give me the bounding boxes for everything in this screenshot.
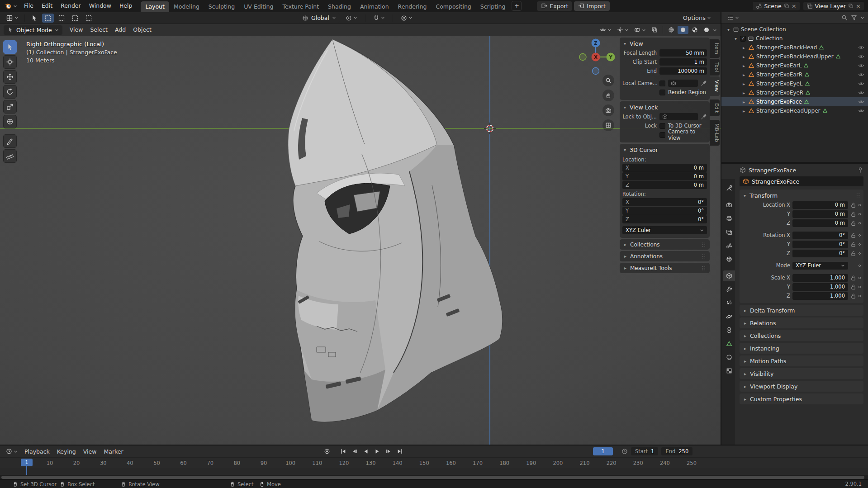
animate-dot[interactable]: [859, 265, 861, 267]
collapsed-panel-header[interactable]: Motion Paths: [740, 355, 863, 366]
vector-field[interactable]: Y 0 m: [622, 172, 707, 180]
view-layer-selector[interactable]: View Layer: [803, 1, 864, 11]
number-field[interactable]: 0°: [792, 250, 848, 257]
lock-icon[interactable]: [850, 211, 856, 217]
snap-magnet-toggle[interactable]: [371, 14, 387, 22]
workspace-tab[interactable]: Scripting: [476, 1, 510, 12]
hide-in-viewport-toggle[interactable]: [858, 53, 864, 60]
hide-in-viewport-toggle[interactable]: [858, 44, 864, 51]
collapsed-panel-header[interactable]: Annotations: [620, 251, 710, 261]
chevron-down-icon[interactable]: [860, 16, 864, 20]
animate-dot[interactable]: [859, 295, 861, 297]
lock-icon[interactable]: [850, 275, 856, 281]
tool-scale[interactable]: [3, 100, 17, 114]
collapsed-panel-header[interactable]: Visibility: [740, 368, 863, 379]
tab-physics[interactable]: [723, 311, 735, 322]
cursor-panel-header[interactable]: 3D Cursor: [622, 145, 707, 155]
number-field[interactable]: 0 m: [792, 219, 848, 227]
outliner-object-row[interactable]: StrangerExoFace: [721, 97, 868, 106]
play-reverse-button[interactable]: [361, 447, 371, 455]
euler-mode-dropdown[interactable]: XYZ Euler: [622, 226, 707, 234]
viewport-menu-item[interactable]: Select: [86, 25, 111, 35]
hide-in-viewport-toggle[interactable]: [858, 108, 864, 114]
drag-handle-icon[interactable]: [701, 242, 707, 247]
outliner-editor-type-button[interactable]: [725, 14, 741, 22]
blender-logo-icon[interactable]: [4, 2, 17, 10]
number-field[interactable]: XYZ Euler: [792, 262, 848, 270]
animate-dot[interactable]: [859, 234, 861, 237]
object-visibility-dropdown[interactable]: [598, 26, 614, 34]
workspace-tab[interactable]: Layout: [141, 1, 169, 12]
outliner-object-row[interactable]: StrangerExoBackHead: [721, 43, 868, 52]
lock-icon[interactable]: [850, 293, 856, 299]
outliner-object-row[interactable]: StrangerExoHeadUpper: [721, 106, 868, 115]
workspace-tab[interactable]: Modeling: [169, 1, 204, 12]
tool-measure[interactable]: [3, 149, 17, 163]
shading-solid-button[interactable]: [678, 26, 688, 34]
drag-handle-icon[interactable]: [701, 254, 707, 259]
drag-handle-icon[interactable]: [855, 193, 861, 198]
tab-render[interactable]: [723, 199, 735, 210]
collection-checkbox[interactable]: ✓: [740, 36, 746, 42]
jump-to-end-button[interactable]: [395, 447, 405, 455]
import-button[interactable]: Import: [574, 1, 610, 11]
menu-item[interactable]: File: [20, 1, 38, 11]
shading-options-chevron[interactable]: [713, 28, 717, 32]
collapsed-panel-header[interactable]: MeasureIt Tools: [620, 263, 710, 273]
search-icon[interactable]: [841, 14, 848, 21]
new-view-layer-icon[interactable]: [848, 3, 854, 9]
vector-field[interactable]: Z 0 m: [622, 181, 707, 189]
lock-icon[interactable]: [850, 251, 856, 256]
shading-rendered-button[interactable]: [701, 26, 712, 34]
jump-to-start-button[interactable]: [338, 447, 348, 455]
local-camera-field[interactable]: [668, 80, 698, 87]
tool-rotate[interactable]: [3, 85, 17, 99]
collapsed-panel-header[interactable]: Collections: [740, 330, 863, 341]
lock-icon[interactable]: [850, 220, 856, 226]
options-dropdown[interactable]: Options: [681, 14, 713, 22]
vector-field[interactable]: X 0 m: [622, 164, 707, 172]
animate-dot[interactable]: [859, 252, 861, 255]
lock-icon[interactable]: [850, 232, 856, 238]
tab-particles[interactable]: [723, 298, 735, 308]
drag-handle-icon[interactable]: [701, 265, 707, 271]
number-field[interactable]: 1.000: [792, 292, 848, 300]
pivot-point-dropdown[interactable]: [343, 14, 360, 22]
collapsed-panel-header[interactable]: Viewport Display: [740, 381, 863, 392]
show-gizmo-dropdown[interactable]: [615, 26, 631, 34]
vector-field[interactable]: X 0°: [622, 198, 707, 206]
workspace-tab[interactable]: Compositing: [431, 1, 475, 12]
number-field[interactable]: 0 m: [792, 201, 848, 209]
transform-orientation-dropdown[interactable]: Global: [299, 13, 340, 23]
camera-view-button[interactable]: [602, 104, 614, 116]
playhead[interactable]: 1: [21, 459, 33, 466]
sidebar-tab[interactable]: Tool: [710, 59, 720, 76]
camera-to-view-checkbox[interactable]: [659, 132, 665, 138]
lock-icon[interactable]: [850, 202, 856, 208]
number-field[interactable]: 0°: [792, 232, 848, 239]
sidebar-tab[interactable]: Edit: [710, 99, 720, 116]
hide-in-viewport-toggle[interactable]: [858, 90, 864, 96]
collapsed-panel-header[interactable]: Delta Transform: [740, 305, 863, 316]
number-field[interactable]: 100000 m: [659, 67, 707, 75]
view-lock-panel-header[interactable]: View Lock: [622, 102, 707, 112]
current-frame-field[interactable]: 1: [593, 447, 613, 455]
timeline-editor-type-button[interactable]: [4, 447, 20, 455]
menu-item[interactable]: Help: [115, 1, 137, 11]
transform-panel-header[interactable]: Transform: [742, 190, 861, 200]
mode-dropdown[interactable]: Object Mode: [4, 25, 62, 35]
pan-hand-button[interactable]: [602, 90, 614, 101]
pin-icon[interactable]: [857, 167, 863, 173]
animate-dot[interactable]: [859, 243, 861, 246]
collapsed-panel-header[interactable]: Instancing: [740, 343, 863, 354]
workspace-tab[interactable]: Sculpting: [204, 1, 239, 12]
tool-select-box[interactable]: [3, 40, 17, 54]
show-overlays-dropdown[interactable]: [632, 26, 648, 34]
object-name-field[interactable]: StrangerExoFace: [740, 176, 863, 186]
select-mode-new-button[interactable]: [42, 14, 54, 23]
number-field[interactable]: 1.000: [792, 283, 848, 291]
end-frame-field[interactable]: End 250: [661, 447, 693, 455]
outliner-object-row[interactable]: StrangerExoBackHeadUpper: [721, 52, 868, 61]
outliner-object-row[interactable]: StrangerExoEarL: [721, 61, 868, 70]
collapsed-panel-header[interactable]: Collections: [620, 239, 710, 250]
